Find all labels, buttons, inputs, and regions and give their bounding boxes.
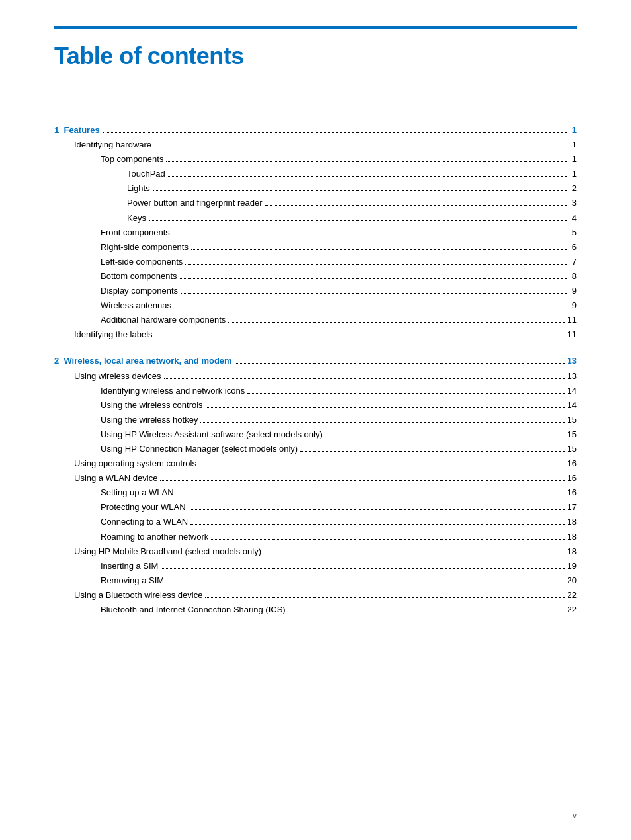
item-page: 17 <box>568 500 577 515</box>
item-label: Using a WLAN device <box>74 471 157 485</box>
item-page: 1 <box>572 167 577 181</box>
toc-item-top-components[interactable]: Top components 1 <box>54 152 577 167</box>
item-label: Inserting a SIM <box>101 559 158 573</box>
toc-item-hp-mobile-broadband[interactable]: Using HP Mobile Broadband (select models… <box>54 544 577 559</box>
toc-item-os-controls[interactable]: Using operating system controls 16 <box>54 456 577 471</box>
toc-item-right-side[interactable]: Right-side components 6 <box>54 240 577 255</box>
item-page: 9 <box>572 284 577 298</box>
item-dots <box>149 220 569 221</box>
item-label: Keys <box>127 211 146 226</box>
toc-item-setting-up-wlan[interactable]: Setting up a WLAN 16 <box>54 485 577 500</box>
toc-chapter-1[interactable]: 1 Features 1 <box>54 123 577 138</box>
toc-item-front-components[interactable]: Front components 5 <box>54 226 577 240</box>
toc-item-identifying-labels[interactable]: Identifying the labels 11 <box>54 327 577 342</box>
item-page: 11 <box>568 313 577 327</box>
toc-item-additional-hardware[interactable]: Additional hardware components 11 <box>54 313 577 327</box>
item-label: Removing a SIM <box>101 573 164 588</box>
item-dots <box>161 568 564 569</box>
toc-item-touchpad[interactable]: TouchPad 1 <box>54 167 577 181</box>
item-page: 1 <box>572 138 577 152</box>
toc-item-roaming[interactable]: Roaming to another network 18 <box>54 530 577 544</box>
item-label: Using the wireless hotkey <box>101 413 198 427</box>
ch2-dots <box>235 363 565 364</box>
item-page: 15 <box>568 427 577 442</box>
item-label: Using a Bluetooth wireless device <box>74 588 202 603</box>
toc-item-wireless-antennas[interactable]: Wireless antennas 9 <box>54 298 577 313</box>
item-label: Display components <box>101 284 178 298</box>
item-dots <box>200 422 564 423</box>
item-page: 15 <box>568 413 577 427</box>
item-label: Connecting to a WLAN <box>101 515 188 529</box>
item-label: Identifying wireless and network icons <box>101 384 245 398</box>
toc-item-bluetooth[interactable]: Using a Bluetooth wireless device 22 <box>54 588 577 603</box>
item-page: 20 <box>568 573 577 588</box>
item-label: Using wireless devices <box>74 369 161 384</box>
item-label: Identifying the labels <box>74 327 153 342</box>
item-label: Additional hardware components <box>101 313 226 327</box>
toc-item-bluetooth-ics[interactable]: Bluetooth and Internet Connection Sharin… <box>54 603 577 617</box>
toc-item-protecting-wlan[interactable]: Protecting your WLAN 17 <box>54 500 577 515</box>
ch2-page: 13 <box>568 354 577 368</box>
item-page: 1 <box>572 152 577 167</box>
item-dots <box>174 308 569 308</box>
toc-item-hp-connection-manager[interactable]: Using HP Connection Manager (select mode… <box>54 442 577 456</box>
item-page: 14 <box>568 384 577 398</box>
item-page: 22 <box>568 603 577 617</box>
item-label: Left-side components <box>101 255 183 269</box>
item-label: Roaming to another network <box>101 530 208 544</box>
toc-item-lights[interactable]: Lights 2 <box>54 181 577 196</box>
item-label: Bottom components <box>101 269 177 284</box>
item-page: 11 <box>568 327 577 342</box>
toc-item-hp-wireless-assistant[interactable]: Using HP Wireless Assistant software (se… <box>54 427 577 442</box>
item-page: 5 <box>572 226 577 240</box>
item-page: 14 <box>568 398 577 413</box>
toc-item-wireless-hotkey[interactable]: Using the wireless hotkey 15 <box>54 413 577 427</box>
toc-item-inserting-sim[interactable]: Inserting a SIM 19 <box>54 559 577 573</box>
item-dots <box>191 249 569 250</box>
item-dots <box>177 495 565 495</box>
item-dots <box>155 337 565 337</box>
item-dots <box>190 524 564 525</box>
item-dots <box>265 205 569 206</box>
toc-item-left-side[interactable]: Left-side components 7 <box>54 255 577 269</box>
item-page: 18 <box>568 530 577 544</box>
item-label: Wireless antennas <box>101 298 171 313</box>
toc-item-identifying-hardware[interactable]: Identifying hardware 1 <box>54 138 577 152</box>
bottom-rule-thin <box>54 28 577 29</box>
toc-section: 1 Features 1 Identifying hardware 1 Top … <box>54 123 577 617</box>
item-label: Setting up a WLAN <box>101 485 174 500</box>
toc-item-identifying-wireless-icons[interactable]: Identifying wireless and network icons 1… <box>54 384 577 398</box>
item-page: 16 <box>568 456 577 471</box>
item-dots <box>185 264 569 265</box>
toc-item-connecting-wlan[interactable]: Connecting to a WLAN 18 <box>54 515 577 529</box>
item-dots <box>199 466 565 466</box>
item-dots <box>189 509 565 510</box>
footer-label: v <box>573 811 577 820</box>
ch1-label: 1 Features <box>54 123 100 138</box>
toc-item-bottom-components[interactable]: Bottom components 8 <box>54 269 577 284</box>
toc-item-display-components[interactable]: Display components 9 <box>54 284 577 298</box>
item-dots <box>166 161 569 162</box>
item-label: Using HP Wireless Assistant software (se… <box>101 427 323 442</box>
toc-item-wireless-controls[interactable]: Using the wireless controls 14 <box>54 398 577 413</box>
item-dots <box>153 190 569 191</box>
item-page: 16 <box>568 471 577 485</box>
toc-chapter-2[interactable]: 2 Wireless, local area network, and mode… <box>54 354 577 368</box>
item-dots <box>300 451 564 452</box>
item-label: Using HP Mobile Broadband (select models… <box>74 544 261 559</box>
toc-item-keys[interactable]: Keys 4 <box>54 211 577 226</box>
item-dots <box>160 480 564 481</box>
item-dots <box>154 147 569 147</box>
toc-item-using-wlan[interactable]: Using a WLAN device 16 <box>54 471 577 485</box>
item-label: Top components <box>101 152 163 167</box>
toc-item-removing-sim[interactable]: Removing a SIM 20 <box>54 573 577 588</box>
ch1-dots <box>103 132 569 133</box>
item-dots <box>288 612 565 612</box>
item-page: 3 <box>572 196 577 210</box>
item-dots <box>181 293 569 294</box>
item-dots <box>228 322 564 323</box>
item-label: Lights <box>127 181 150 196</box>
item-label: Front components <box>101 226 170 240</box>
toc-item-power-button[interactable]: Power button and fingerprint reader 3 <box>54 196 577 210</box>
toc-item-using-wireless-devices[interactable]: Using wireless devices 13 <box>54 369 577 384</box>
